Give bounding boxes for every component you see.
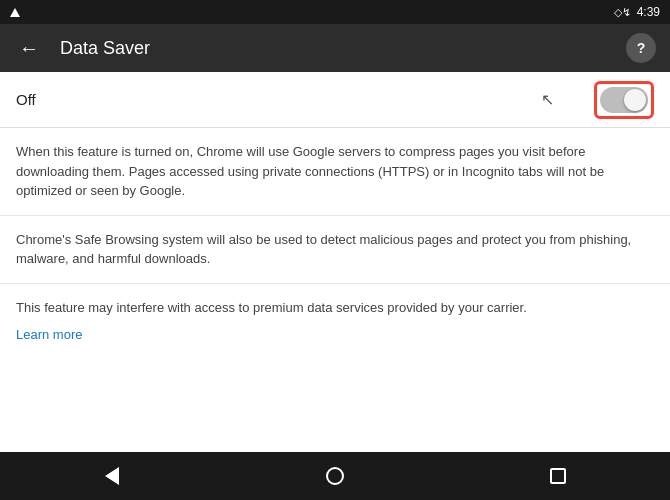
- nav-back-icon: [105, 467, 119, 485]
- status-time: 4:39: [637, 5, 660, 19]
- nav-back-button[interactable]: [87, 456, 137, 496]
- description-text-1: When this feature is turned on, Chrome w…: [16, 142, 654, 201]
- description-section-2: Chrome's Safe Browsing system will also …: [0, 216, 670, 284]
- learn-more-link[interactable]: Learn more: [16, 327, 82, 342]
- page-title: Data Saver: [60, 38, 610, 59]
- help-button[interactable]: ?: [626, 33, 656, 63]
- main-content: Off ↖ When this feature is turned on, Ch…: [0, 72, 670, 452]
- status-bar-right: ◇↯ 4:39: [614, 5, 660, 19]
- toggle-knob: [624, 89, 646, 111]
- toolbar: ← Data Saver ?: [0, 24, 670, 72]
- description-text-2: Chrome's Safe Browsing system will also …: [16, 230, 654, 269]
- status-bar-left: [10, 8, 614, 17]
- nav-home-button[interactable]: [310, 456, 360, 496]
- toggle-highlight-border: [594, 81, 654, 119]
- description-section-3: This feature may interfere with access t…: [0, 284, 670, 358]
- back-arrow-icon: ←: [19, 37, 39, 60]
- description-text-3: This feature may interfere with access t…: [16, 298, 654, 318]
- warning-icon: [10, 8, 20, 17]
- data-saver-toggle[interactable]: [600, 87, 648, 113]
- toggle-label: Off: [16, 91, 541, 108]
- cursor-icon: ↖: [541, 90, 554, 109]
- status-bar: ◇↯ 4:39: [0, 0, 670, 24]
- back-button[interactable]: ←: [14, 33, 44, 63]
- help-icon: ?: [637, 40, 646, 56]
- navigation-bar: [0, 452, 670, 500]
- network-icon: ◇↯: [614, 6, 631, 19]
- nav-recents-icon: [550, 468, 566, 484]
- nav-home-icon: [326, 467, 344, 485]
- nav-recents-button[interactable]: [533, 456, 583, 496]
- description-section-1: When this feature is turned on, Chrome w…: [0, 128, 670, 216]
- toggle-row: Off ↖: [0, 72, 670, 128]
